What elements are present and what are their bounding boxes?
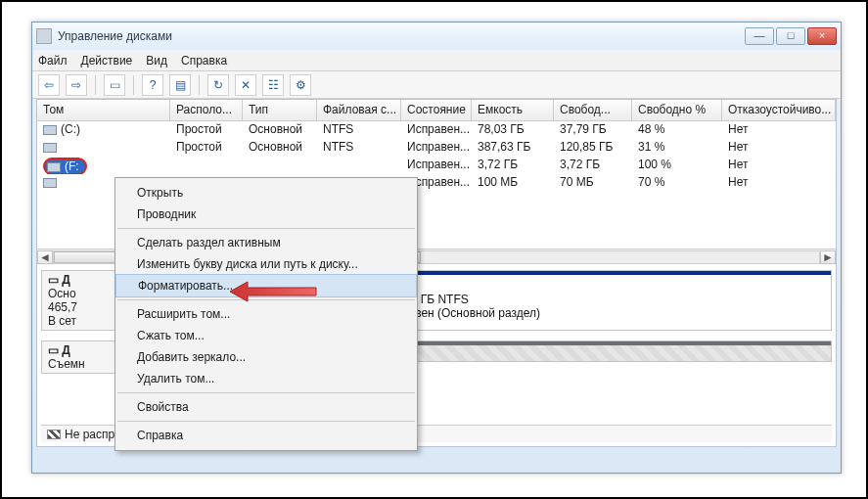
context-menu-separator — [117, 421, 415, 422]
cell-volume: (C:) — [37, 121, 170, 139]
context-menu-separator — [117, 392, 415, 393]
ctx-shrink[interactable]: Сжать том... — [115, 325, 417, 346]
cell-free: 37,79 ГБ — [554, 121, 632, 139]
col-capacity[interactable]: Емкость — [472, 100, 554, 120]
context-menu: Открыть Проводник Сделать раздел активны… — [114, 177, 418, 451]
drive-icon — [47, 162, 61, 172]
cell-cap: 3,72 ГБ — [472, 157, 554, 174]
col-status[interactable]: Состояние — [401, 100, 472, 120]
menu-action[interactable]: Действие — [81, 54, 133, 68]
col-type[interactable]: Тип — [243, 100, 317, 120]
cell-volume — [37, 139, 170, 157]
table-row[interactable]: Простой Основной NTFS Исправен... 387,63… — [37, 139, 836, 157]
cell-fault: Нет — [722, 157, 836, 174]
column-headers: Том Располо... Тип Файловая с... Состоян… — [37, 100, 836, 121]
cell-fs: NTFS — [317, 121, 401, 139]
cell-cap: 387,63 ГБ — [472, 139, 554, 157]
ctx-extend[interactable]: Расширить том... — [115, 303, 417, 325]
toolbar: ⇦ ⇨ ▭ ? ▤ ↻ ✕ ☷ ⚙ — [32, 71, 841, 99]
ctx-make-active[interactable]: Сделать раздел активным — [115, 232, 417, 253]
cell-freepct: 31 % — [632, 139, 722, 157]
nav-back-button[interactable]: ⇦ — [38, 74, 60, 96]
cell-volume: (F: — [37, 157, 170, 174]
nav-forward-button[interactable]: ⇨ — [66, 74, 87, 96]
ctx-change-letter[interactable]: Изменить букву диска или путь к диску... — [115, 253, 417, 275]
cell-fault: Нет — [722, 121, 836, 139]
ctx-delete[interactable]: Удалить том... — [115, 368, 417, 389]
col-volume[interactable]: Том — [37, 100, 170, 120]
ctx-mirror[interactable]: Добавить зеркало... — [115, 346, 417, 368]
cell-fs: NTFS — [317, 139, 401, 157]
delete-button[interactable]: ✕ — [235, 74, 256, 96]
context-menu-separator — [117, 299, 415, 300]
drive-icon — [43, 143, 57, 153]
cell-layout: Простой — [170, 121, 243, 139]
col-free[interactable]: Свобод... — [554, 100, 632, 120]
cell-free: 120,85 ГБ — [554, 139, 632, 157]
col-layout[interactable]: Располо... — [170, 100, 243, 120]
ctx-explorer[interactable]: Проводник — [115, 204, 417, 225]
disk-management-window: Управление дисками — □ × Файл Действие В… — [31, 22, 842, 474]
window-title: Управление дисками — [58, 29, 172, 43]
partition-status: Исправен (Основной раздел) — [382, 306, 823, 320]
disk-header-icon: ▭ — [48, 343, 62, 357]
col-filesystem[interactable]: Файловая с... — [317, 100, 401, 120]
selection-highlight: (F: — [43, 158, 87, 174]
menubar: Файл Действие Вид Справка — [32, 50, 841, 71]
menu-file[interactable]: Файл — [38, 54, 68, 68]
partition-fs: 387,63 ГБ NTFS — [382, 293, 823, 306]
cell-type: Основной — [243, 121, 317, 139]
app-icon — [36, 28, 52, 44]
ctx-format[interactable]: Форматировать... — [115, 274, 417, 297]
cell-free: 3,72 ГБ — [554, 157, 632, 174]
cell-freepct: 70 % — [632, 174, 722, 192]
settings-button[interactable]: ⚙ — [290, 74, 311, 96]
toolbar-view-button[interactable]: ▤ — [169, 74, 191, 96]
cell-cap: 78,03 ГБ — [472, 121, 554, 139]
partition-title: (D:) — [382, 279, 823, 293]
toolbar-separator — [199, 75, 200, 95]
context-menu-separator — [117, 228, 415, 229]
cell-fs — [317, 157, 401, 174]
col-fault[interactable]: Отказоустойчиво... — [722, 100, 836, 120]
cell-freepct: 100 % — [632, 157, 722, 174]
cell-cap: 100 МБ — [472, 174, 554, 192]
cell-type: Основной — [243, 139, 317, 157]
table-row-selected[interactable]: (F: Исправен... 3,72 ГБ 3,72 ГБ 100 % Не… — [37, 157, 836, 174]
cell-fault: Нет — [722, 139, 836, 157]
swatch-icon — [47, 430, 61, 439]
cell-status: Исправен... — [401, 139, 472, 157]
maximize-button[interactable]: □ — [776, 27, 805, 45]
cell-status: Исправен... — [401, 157, 472, 174]
table-row[interactable]: (C:) Простой Основной NTFS Исправен... 7… — [37, 121, 836, 139]
close-button[interactable]: × — [807, 27, 837, 45]
cell-freepct: 48 % — [632, 121, 722, 139]
disk-header-icon: ▭ — [48, 273, 62, 287]
titlebar[interactable]: Управление дисками — □ × — [32, 23, 841, 50]
cell-fault: Нет — [722, 174, 836, 192]
ctx-properties[interactable]: Свойства — [115, 396, 417, 418]
cell-layout — [170, 157, 243, 174]
refresh-button[interactable]: ↻ — [207, 74, 229, 96]
col-freepct[interactable]: Свободно % — [632, 100, 722, 120]
ctx-open[interactable]: Открыть — [115, 182, 417, 204]
drive-icon — [43, 178, 57, 188]
cell-type — [243, 157, 317, 174]
scroll-right-button[interactable]: ► — [820, 250, 836, 264]
ctx-help[interactable]: Справка — [115, 425, 417, 446]
scroll-left-button[interactable]: ◄ — [37, 250, 53, 264]
menu-view[interactable]: Вид — [146, 54, 167, 68]
toolbar-separator — [95, 75, 96, 95]
help-button[interactable]: ? — [142, 74, 163, 96]
partition[interactable]: (D:) 387,63 ГБ NTFS Исправен (Основной р… — [374, 271, 831, 330]
toolbar-separator — [133, 75, 134, 95]
drive-icon — [43, 125, 57, 135]
toolbar-show-hide-button[interactable]: ▭ — [104, 74, 125, 96]
cell-free: 70 МБ — [554, 174, 632, 192]
properties-button[interactable]: ☷ — [262, 74, 284, 96]
menu-help[interactable]: Справка — [181, 54, 227, 68]
cell-layout: Простой — [170, 139, 243, 157]
minimize-button[interactable]: — — [745, 27, 774, 45]
cell-status: Исправен... — [401, 121, 472, 139]
